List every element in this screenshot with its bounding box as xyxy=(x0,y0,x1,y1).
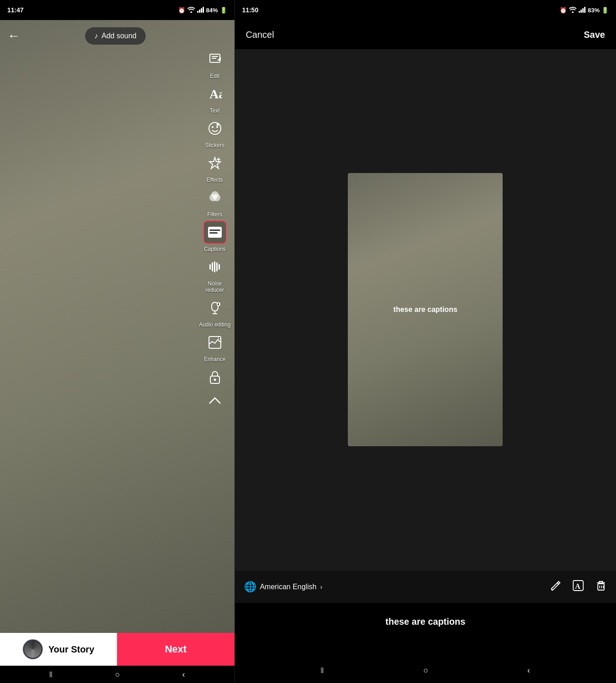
toolbar-item-filters[interactable]: Filters xyxy=(199,186,231,218)
signal-icon xyxy=(197,6,204,14)
status-icons-left: ⏰ 84% 🔋 xyxy=(178,6,227,14)
svg-rect-7 xyxy=(212,58,216,59)
status-bar-left: 11:47 ⏰ 84% 🔋 xyxy=(0,0,234,20)
toolbar-item-effects[interactable]: Effects xyxy=(199,151,231,183)
svg-rect-23 xyxy=(214,261,215,272)
action-buttons: Your Story Next xyxy=(0,633,234,666)
filters-icon xyxy=(203,186,227,209)
noise-reducer-label: Noise reducer xyxy=(199,280,231,293)
chevron-up-button[interactable] xyxy=(199,395,231,407)
caption-overlay-text: these are captions xyxy=(393,306,458,314)
edit-icon xyxy=(203,47,227,71)
edit-caption-icon[interactable] xyxy=(550,580,561,594)
language-selector[interactable]: 🌐 American English › xyxy=(244,581,322,593)
toolbar-item-captions[interactable]: Captions xyxy=(199,220,231,252)
svg-rect-19 xyxy=(209,229,220,231)
next-label: Next xyxy=(165,643,187,655)
battery-right: 83% xyxy=(588,7,600,14)
bottom-bar-left: Your Story Next ⦀ ○ ‹ xyxy=(0,633,234,683)
add-sound-button[interactable]: ♪ Add sound xyxy=(85,27,146,45)
story-avatar xyxy=(23,639,43,659)
next-button[interactable]: Next xyxy=(117,633,234,666)
right-panel: 11:50 ⏰ 83% 🔋 Ca xyxy=(235,0,616,683)
home-icon[interactable]: ○ xyxy=(115,670,120,679)
noise-reducer-icon xyxy=(203,255,227,279)
video-preview: these are captions xyxy=(348,173,503,446)
status-icons-right: ⏰ 83% 🔋 xyxy=(560,6,609,14)
video-preview-container: these are captions xyxy=(235,49,616,570)
delete-caption-icon[interactable] xyxy=(595,580,607,594)
wifi-icon xyxy=(187,6,195,14)
video-area-left: ← ♪ Add sound Edit xyxy=(0,20,234,633)
nav-bar-right: ⦀ ○ ‹ xyxy=(235,658,616,683)
language-label: American English xyxy=(260,583,317,591)
effects-icon xyxy=(203,151,227,175)
battery-left: 84% xyxy=(206,7,218,14)
your-story-button[interactable]: Your Story xyxy=(0,633,117,666)
cancel-button[interactable]: Cancel xyxy=(246,30,274,40)
svg-point-12 xyxy=(216,126,218,128)
lock-icon xyxy=(203,365,227,389)
nav-bar-left: ⦀ ○ ‹ xyxy=(0,666,234,683)
home-icon-right[interactable]: ○ xyxy=(423,666,428,675)
alarm-icon-right: ⏰ xyxy=(560,7,567,14)
audio-editing-icon xyxy=(203,296,227,320)
svg-rect-34 xyxy=(579,11,580,13)
enhance-label: Enhance xyxy=(204,356,225,362)
effects-label: Effects xyxy=(206,177,223,183)
back-nav-icon-right[interactable]: ‹ xyxy=(527,666,530,675)
svg-rect-3 xyxy=(201,8,202,13)
left-panel: 11:47 ⏰ 84% 🔋 xyxy=(0,0,234,683)
caption-text: these are captions xyxy=(386,617,466,627)
svg-rect-2 xyxy=(199,10,200,13)
your-story-label: Your Story xyxy=(48,644,94,655)
right-toolbar: Edit Aa Text xyxy=(199,47,231,407)
edit-label: Edit xyxy=(210,73,219,79)
enhance-icon xyxy=(203,331,227,354)
back-nav-icon[interactable]: ‹ xyxy=(182,670,185,679)
recent-apps-icon-right[interactable]: ⦀ xyxy=(321,666,324,675)
toolbar-item-text[interactable]: Aa Text xyxy=(199,82,231,114)
svg-rect-36 xyxy=(582,8,584,13)
svg-point-11 xyxy=(212,126,214,128)
captions-icon xyxy=(203,220,227,244)
toolbar-item-enhance[interactable]: Enhance xyxy=(199,331,231,362)
toolbar-item-lock[interactable] xyxy=(199,365,231,391)
toolbar-item-audio-editing[interactable]: Audio editing xyxy=(199,296,231,328)
svg-point-10 xyxy=(209,122,221,134)
save-button[interactable]: Save xyxy=(584,30,605,40)
right-header: Cancel Save xyxy=(235,20,616,49)
stickers-label: Stickers xyxy=(205,142,224,148)
toolbar-item-stickers[interactable]: Stickers xyxy=(199,117,231,148)
time-left: 11:47 xyxy=(7,6,24,14)
status-bar-right: 11:50 ⏰ 83% 🔋 xyxy=(235,0,616,20)
filters-label: Filters xyxy=(207,211,222,218)
battery-icon-right: 🔋 xyxy=(601,7,609,14)
svg-rect-4 xyxy=(203,7,204,13)
back-button[interactable]: ← xyxy=(7,29,20,43)
toolbar-item-edit[interactable]: Edit xyxy=(199,47,231,79)
svg-rect-25 xyxy=(219,264,220,270)
svg-rect-1 xyxy=(197,11,199,13)
svg-rect-35 xyxy=(580,10,582,13)
svg-point-17 xyxy=(211,191,219,199)
svg-rect-6 xyxy=(212,56,218,57)
battery-icon-left: 🔋 xyxy=(220,7,227,14)
svg-text:A: A xyxy=(575,582,580,590)
music-icon: ♪ xyxy=(94,32,98,40)
globe-icon: 🌐 xyxy=(244,581,256,593)
svg-rect-37 xyxy=(584,7,585,13)
audio-editing-label: Audio editing xyxy=(199,321,230,328)
text-label: Text xyxy=(210,107,220,114)
time-right: 11:50 xyxy=(242,6,259,14)
svg-point-33 xyxy=(572,11,574,13)
svg-rect-21 xyxy=(209,264,211,270)
svg-rect-22 xyxy=(212,262,213,271)
svg-rect-20 xyxy=(209,232,218,234)
caption-action-icons: A xyxy=(550,580,607,594)
recent-apps-icon[interactable]: ⦀ xyxy=(49,670,53,679)
toolbar-item-noise-reducer[interactable]: Noise reducer xyxy=(199,255,231,293)
stickers-icon xyxy=(203,117,227,140)
wifi-icon-right xyxy=(569,6,577,14)
style-caption-icon[interactable]: A xyxy=(572,580,584,594)
